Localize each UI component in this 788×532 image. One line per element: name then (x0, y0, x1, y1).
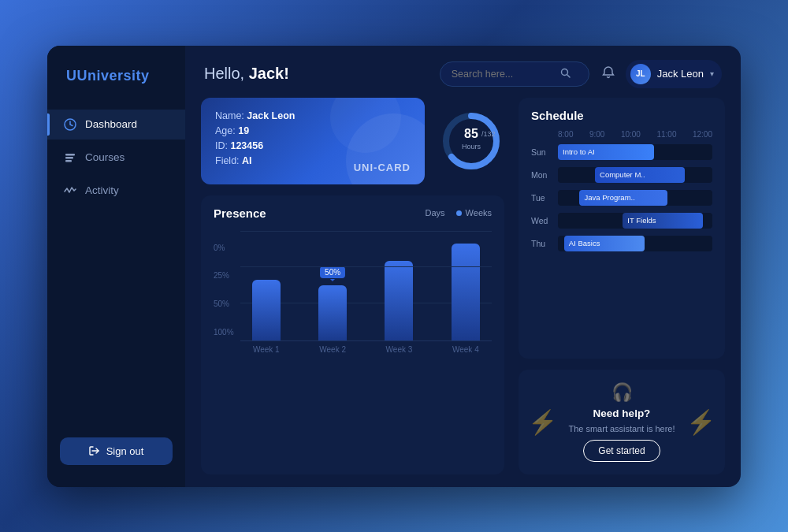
day-mon: Mon (531, 170, 558, 180)
search-icon (560, 68, 571, 80)
main-area: Hello, Jack! (185, 46, 741, 487)
event-java: Java Program.. (579, 190, 667, 206)
bar-chart: 100% 50% 25% 0% (214, 228, 492, 354)
courses-icon (63, 151, 77, 165)
schedule-header: 8:00 9:00 10:00 11:00 12:00 (531, 130, 712, 139)
y-label-100: 100% (214, 328, 234, 337)
sidebar-item-label: Activity (85, 184, 119, 196)
app-container: UUniversity Dashboard (47, 46, 741, 487)
signout-button[interactable]: Sign out (60, 437, 173, 465)
sidebar-item-label: Courses (85, 151, 125, 163)
search-input[interactable] (452, 69, 554, 80)
presence-legend: Days Weeks (426, 208, 492, 218)
chevron-down-icon: ▾ (710, 69, 714, 78)
bar-week4 (440, 231, 492, 340)
x-axis-labels: Week 1 Week 2 Week 3 Week 4 (240, 345, 492, 354)
y-label-25: 25% (214, 271, 234, 280)
content-area: Name: Jack Leon Age: 19 ID: 123456 Field… (185, 98, 741, 487)
avatar: JL (630, 64, 651, 84)
sidebar-item-activity[interactable]: Activity (47, 176, 185, 206)
app-logo: UUniversity (47, 68, 185, 110)
greeting: Hello, Jack! (204, 65, 427, 83)
search-bar[interactable] (440, 61, 589, 87)
sidebar-item-dashboard[interactable]: Dashboard (47, 110, 185, 140)
y-label-50: 50% (214, 299, 234, 308)
slots-tue: Java Program.. (558, 190, 712, 206)
bar-tooltip: 50% (320, 266, 345, 278)
bar-week2-bar: 50% (318, 285, 347, 340)
day-sun: Sun (531, 147, 558, 157)
svg-text:Hours: Hours (461, 143, 481, 151)
presence-title: Presence (214, 206, 266, 220)
dashboard-icon (63, 117, 77, 132)
day-wed: Wed (531, 216, 558, 225)
signout-icon (89, 445, 100, 456)
sidebar-nav: Dashboard Courses Activi (47, 110, 185, 425)
legend-dot-weeks (456, 210, 462, 216)
event-it-fields: IT Fields (623, 213, 703, 229)
logo-highlight: U (66, 68, 77, 84)
svg-rect-3 (65, 160, 72, 162)
sidebar-item-label: Dashboard (85, 118, 137, 130)
svg-rect-2 (65, 157, 73, 159)
schedule-row-tue: Tue Java Program.. (531, 189, 712, 206)
x-label-week4: Week 4 (440, 345, 492, 354)
schedule-section: Schedule 8:00 9:00 10:00 11:00 12:00 (519, 98, 725, 359)
card-field: Field: AI (215, 155, 295, 166)
slots-sun: Intro to AI (558, 144, 712, 160)
bar-week3 (373, 231, 425, 340)
sidebar: UUniversity Dashboard (47, 46, 185, 487)
card-donut-row: Name: Jack Leon Age: 19 ID: 123456 Field… (201, 98, 504, 184)
bars-row: 50% (240, 231, 492, 341)
presence-section: Presence Days Weeks (201, 195, 504, 474)
bar-week3-bar (385, 261, 413, 340)
presence-header: Presence Days Weeks (214, 206, 492, 220)
card-id: ID: 123456 (215, 140, 295, 151)
schedule-row-sun: Sun Intro to AI (531, 143, 712, 161)
schedule-row-wed: Wed IT Fields (531, 212, 712, 229)
schedule-title: Schedule (531, 109, 712, 122)
time-1100: 11:00 (656, 130, 676, 139)
notification-icon[interactable] (602, 66, 615, 82)
svg-rect-1 (65, 154, 75, 156)
svg-line-6 (567, 74, 570, 77)
x-label-week1: Week 1 (240, 345, 292, 354)
event-ai-basics: AI Basics (564, 236, 645, 251)
y-label-0: 0% (214, 244, 234, 252)
event-intro-ai: Intro to AI (558, 144, 654, 160)
time-1000: 10:00 (621, 130, 641, 139)
bar-week1 (240, 231, 292, 340)
header-right: JL Jack Leon ▾ (602, 60, 722, 88)
event-computer-m: Computer M.. (595, 167, 685, 183)
x-label-week3: Week 3 (373, 345, 425, 354)
day-thu: Thu (531, 239, 558, 248)
svg-text:85: 85 (464, 127, 478, 140)
time-columns: 8:00 9:00 10:00 11:00 12:00 (558, 130, 712, 139)
bar-week4-bar (452, 244, 480, 340)
get-started-button[interactable]: Get started (583, 440, 660, 462)
schedule-row-mon: Mon Computer M.. (531, 166, 712, 184)
y-axis-labels: 100% 50% 25% 0% (214, 244, 234, 354)
legend-days: Days (426, 208, 445, 218)
header: Hello, Jack! (185, 46, 741, 98)
bar-week2: 50% (307, 231, 359, 340)
help-subtitle: The smart assistant is here! (568, 424, 675, 433)
time-900: 9:00 (589, 130, 604, 139)
slots-mon: Computer M.. (558, 167, 712, 183)
user-badge[interactable]: JL Jack Leon ▾ (626, 60, 722, 88)
help-title: Need help? (593, 407, 651, 419)
bars-container: 50% (240, 231, 492, 354)
uni-card: Name: Jack Leon Age: 19 ID: 123456 Field… (201, 98, 425, 184)
legend-weeks: Weeks (456, 208, 492, 218)
user-name: Jack Leon (657, 68, 704, 80)
right-panel: Schedule 8:00 9:00 10:00 11:00 12:00 (519, 98, 725, 474)
slots-wed: IT Fields (558, 213, 712, 229)
sidebar-item-courses[interactable]: Courses (47, 143, 185, 173)
left-panel: Name: Jack Leon Age: 19 ID: 123456 Field… (201, 98, 504, 474)
hours-widget: 85 /132 Hours (437, 98, 504, 184)
sidebar-bottom: Sign out (47, 425, 185, 471)
card-name: Name: Jack Leon (215, 110, 295, 121)
headphone-icon: 🎧 (611, 382, 633, 403)
x-label-week2: Week 2 (307, 345, 359, 354)
help-widget: 🎧 Need help? The smart assistant is here… (519, 370, 725, 474)
